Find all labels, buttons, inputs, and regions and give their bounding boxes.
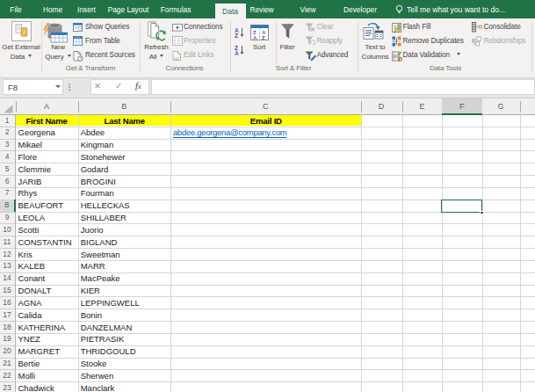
svg-text:A: A xyxy=(235,50,239,55)
svg-text:A: A xyxy=(262,30,266,35)
svg-text:A: A xyxy=(253,35,257,40)
svg-text:Z: Z xyxy=(253,30,257,35)
svg-text:Z: Z xyxy=(262,35,265,40)
svg-text:Z: Z xyxy=(235,33,238,38)
